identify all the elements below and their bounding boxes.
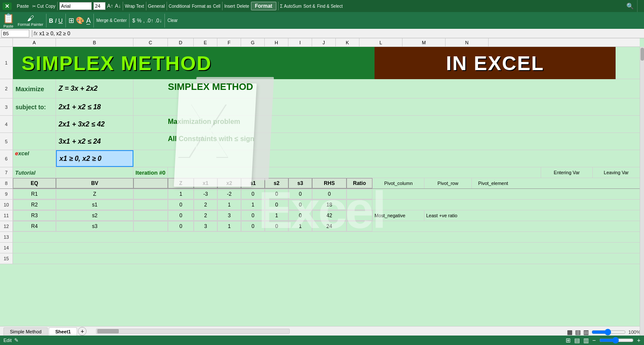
search-icon[interactable]: 🔍 [626, 3, 634, 9]
wrap-text-btn[interactable]: Wrap Text [125, 4, 144, 9]
td-r3-x2[interactable]: 3 [217, 210, 241, 221]
italic-btn[interactable]: I [55, 17, 57, 24]
paste-button[interactable]: Paste [15, 3, 31, 9]
view-page-status-btn[interactable]: ▤ [574, 337, 580, 344]
th-bv[interactable]: BV [56, 178, 133, 188]
td-r3-z[interactable]: 0 [168, 210, 194, 221]
zoom-slider[interactable] [591, 330, 626, 335]
cell-b4[interactable]: 2x1 + 3x2 ≤ 42 [56, 116, 133, 132]
delete-btn[interactable]: Delete [237, 4, 249, 9]
minus-zoom[interactable]: − [592, 337, 596, 344]
td-r3-rhs[interactable]: 42 [312, 210, 347, 221]
td-r3-eq[interactable]: R3 [13, 210, 56, 221]
td-r1-ratio[interactable] [347, 189, 372, 199]
td-r4-x2[interactable]: 1 [217, 221, 241, 231]
clear-btn[interactable]: Clear [167, 18, 178, 23]
td-r4-rhs[interactable]: 24 [312, 221, 347, 231]
td-r4-eq[interactable]: R4 [13, 221, 56, 231]
cell-a3[interactable]: subject to: [13, 99, 56, 115]
cell-a2[interactable]: Maximize [13, 79, 56, 98]
copy-button[interactable]: Copy [45, 4, 55, 9]
font-family-input[interactable] [59, 2, 92, 10]
add-sheet-button[interactable]: + [78, 327, 87, 336]
td-r2-eq[interactable]: R2 [13, 200, 56, 210]
vertical-scrollbar[interactable] [640, 47, 644, 345]
th-x2[interactable]: x2 [217, 178, 241, 188]
insert-btn[interactable]: Insert [224, 4, 235, 9]
td-r2-rhs[interactable]: 18 [312, 200, 347, 210]
view-page-btn[interactable]: ▤ [575, 329, 581, 336]
find-select-btn[interactable]: Find & Select [317, 4, 342, 9]
decrease-decimal-btn[interactable]: .0↓ [155, 18, 162, 24]
col-header-K[interactable]: K [336, 38, 359, 46]
td-r4-ratio[interactable] [347, 221, 372, 231]
view-preview-status-btn[interactable]: ▥ [583, 337, 589, 344]
view-normal-status-btn[interactable]: ⊞ [566, 337, 571, 344]
td-r3-ratio[interactable] [347, 210, 372, 221]
td-r1-rhs[interactable]: 0 [312, 189, 347, 199]
comma-btn[interactable]: , [143, 18, 145, 24]
td-r2-ratio[interactable] [347, 200, 372, 210]
col-header-M[interactable]: M [402, 38, 446, 46]
merge-center-btn[interactable]: Merge & Center [96, 18, 127, 23]
td-r3-x1[interactable]: 2 [194, 210, 217, 221]
td-r2-bv[interactable]: s1 [56, 200, 133, 210]
bold-btn[interactable]: B [49, 17, 53, 24]
col-header-C[interactable]: C [133, 38, 168, 46]
td-r4-z[interactable]: 0 [168, 221, 194, 231]
formula-input[interactable] [39, 31, 644, 37]
autosum-btn[interactable]: Σ AutoSum [280, 4, 302, 9]
td-r1-x1[interactable]: -3 [194, 189, 217, 199]
td-r4-s1[interactable]: 0 [241, 221, 265, 231]
td-r1-z[interactable]: 1 [168, 189, 194, 199]
td-r1-s1[interactable]: 0 [241, 189, 265, 199]
td-r1-s3[interactable]: 0 [288, 189, 312, 199]
cell-a5[interactable] [13, 133, 56, 150]
th-s1[interactable]: s1 [241, 178, 265, 188]
td-r4-s3[interactable]: 1 [288, 221, 312, 231]
borders-btn[interactable]: ⊞ [68, 16, 74, 25]
fill-color-btn[interactable]: 🎨 [76, 16, 84, 25]
td-r1-s2[interactable]: 0 [265, 189, 288, 199]
format-as-btn[interactable]: Format as [192, 4, 211, 9]
td-r3-bv[interactable]: s2 [56, 210, 133, 221]
cell-b6-selected[interactable]: x1 ≥ 0, x2 ≥ 0 [56, 150, 133, 167]
td-r2-s1[interactable]: 1 [241, 200, 265, 210]
font-increase-btn[interactable]: A↑ [107, 3, 113, 9]
increase-decimal-btn[interactable]: .0↑ [146, 18, 153, 24]
sheet-tab-sheet1[interactable]: Sheet1 [49, 327, 77, 336]
td-r2-x1[interactable]: 2 [194, 200, 217, 210]
td-r4-x1[interactable]: 3 [194, 221, 217, 231]
td-r3-s2[interactable]: 1 [265, 210, 288, 221]
col-header-A[interactable]: A [13, 38, 56, 46]
td-r1-x2[interactable]: -2 [217, 189, 241, 199]
name-box[interactable] [1, 30, 29, 37]
th-s3[interactable]: s3 [288, 178, 312, 188]
th-ratio[interactable]: Ratio [347, 178, 372, 188]
view-normal-btn[interactable]: ▦ [567, 329, 573, 336]
th-rhs[interactable]: RHS [312, 178, 347, 188]
font-decrease-btn[interactable]: A↓ [115, 3, 121, 9]
underline-btn[interactable]: U [59, 17, 63, 24]
th-eq[interactable]: EQ [13, 178, 56, 188]
cell-b3[interactable]: 2x1 + x2 ≤ 18 [56, 99, 133, 115]
td-r3-s1[interactable]: 0 [241, 210, 265, 221]
cut-button[interactable]: ✂ Cut [32, 4, 43, 9]
col-header-B[interactable]: B [56, 38, 133, 46]
conditional-format-btn[interactable]: Conditional [169, 4, 190, 9]
td-r1-bv[interactable]: Z [56, 189, 133, 199]
col-header-I[interactable]: I [288, 38, 312, 46]
format-painter-btn[interactable]: 🖌 Format Painter [18, 15, 43, 27]
percent-btn[interactable]: % [137, 18, 142, 24]
td-r2-z[interactable]: 0 [168, 200, 194, 210]
col-header-J[interactable]: J [312, 38, 336, 46]
plus-zoom[interactable]: + [637, 337, 641, 344]
td-r3-s3[interactable]: 0 [288, 210, 312, 221]
paste-large-btn[interactable]: 📋 Paste [3, 13, 14, 28]
zoom-slider-status[interactable] [599, 338, 634, 342]
font-color-btn[interactable]: A̲ [86, 16, 91, 25]
sort-btn[interactable]: Sort & [303, 4, 316, 9]
cell-b2[interactable]: Z = 3x + 2x2 [56, 79, 133, 98]
th-x1[interactable]: x1 [194, 178, 217, 188]
td-r2-s3[interactable]: 0 [288, 200, 312, 210]
